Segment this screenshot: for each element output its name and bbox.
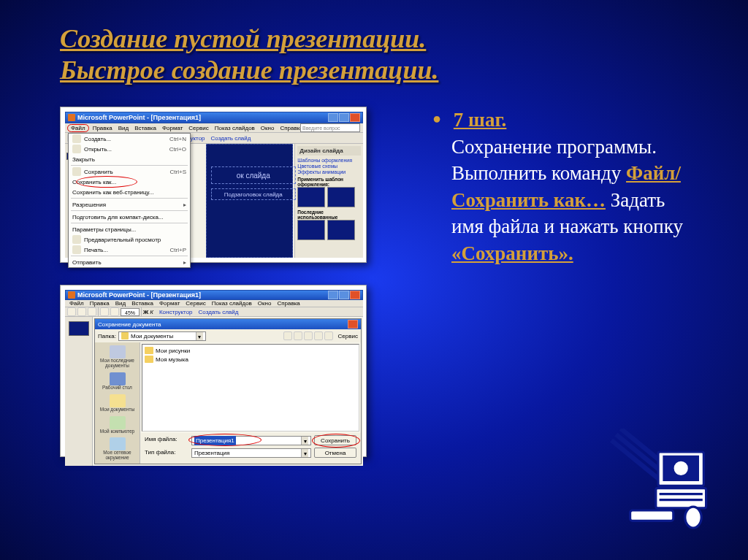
- dialog-title: Сохранение документа: [98, 321, 161, 328]
- place-desktop[interactable]: Рабочий стол: [102, 372, 132, 391]
- menu-item-new[interactable]: Создать...Ctrl+N: [69, 134, 190, 144]
- italic-button[interactable]: К: [150, 309, 153, 315]
- designer-link[interactable]: Конструктор: [159, 309, 193, 315]
- folder-combo[interactable]: Мои документы ▾: [118, 331, 206, 341]
- menu-item-permissions[interactable]: Разрешения▸: [69, 199, 190, 210]
- step-save-btn: «Сохранить».: [451, 242, 573, 264]
- slide-thumbnail[interactable]: [69, 321, 89, 336]
- title-placeholder[interactable]: ок слайда: [211, 166, 296, 184]
- tb-print-icon[interactable]: [100, 307, 109, 316]
- recent-icon: [110, 345, 126, 358]
- tb-new-icon[interactable]: [67, 307, 76, 316]
- printer-icon: [72, 245, 81, 254]
- places-bar: Мои последние документы Рабочий стол Мои…: [95, 342, 140, 464]
- menu-file[interactable]: Файл: [67, 300, 86, 307]
- menu-item-page-setup[interactable]: Параметры страницы...: [69, 224, 190, 234]
- delete-icon[interactable]: [304, 331, 313, 340]
- menu-item-open[interactable]: Открыть...Ctrl+O: [69, 144, 190, 154]
- tb-save-icon[interactable]: [88, 307, 96, 316]
- back-icon[interactable]: [283, 331, 292, 340]
- close-button[interactable]: [350, 291, 360, 299]
- filetype-label: Тип файла:: [145, 449, 188, 456]
- place-network[interactable]: Мое сетевое окружение: [96, 437, 138, 461]
- slide-title: Создание пустой презентации. Быстрое соз…: [0, 0, 748, 86]
- slide-panel: [65, 317, 93, 466]
- menu-slideshow[interactable]: Показ слайдов: [213, 125, 257, 131]
- menu-format[interactable]: Формат: [160, 125, 185, 131]
- menu-item-save-as[interactable]: Сохранить как...: [69, 177, 190, 187]
- menu-insert[interactable]: Вставка: [129, 300, 156, 307]
- menu-item-preview[interactable]: Предварительный просмотр: [69, 234, 190, 245]
- minimize-button[interactable]: [328, 291, 338, 299]
- new-slide-link[interactable]: Создать слайд: [199, 309, 239, 315]
- svg-rect-8: [656, 488, 706, 508]
- dialog-titlebar: Сохранение документа: [95, 319, 361, 329]
- subtitle-placeholder[interactable]: Подзаголовок слайда: [211, 188, 296, 200]
- menu-view[interactable]: Вид: [116, 125, 131, 131]
- zoom-level[interactable]: 45%: [121, 308, 140, 316]
- service-menu[interactable]: Сервис: [338, 333, 358, 340]
- close-button[interactable]: [350, 113, 360, 122]
- menu-item-print[interactable]: Печать...Ctrl+P: [69, 245, 190, 255]
- template-thumb[interactable]: [327, 187, 355, 207]
- menu-edit[interactable]: Правка: [91, 125, 115, 131]
- help-search-input[interactable]: Введите вопрос: [300, 123, 360, 132]
- up-icon[interactable]: [294, 331, 302, 340]
- menu-window[interactable]: Окно: [256, 300, 274, 307]
- menu-tools[interactable]: Сервис: [183, 300, 207, 307]
- network-icon: [110, 437, 126, 450]
- bold-button[interactable]: Ж: [143, 309, 148, 315]
- file-list[interactable]: Мои рисунки Моя музыка: [142, 344, 359, 431]
- folder-item[interactable]: Моя музыка: [145, 356, 356, 363]
- folder-item[interactable]: Мои рисунки: [145, 347, 356, 354]
- menu-insert[interactable]: Вставка: [132, 125, 159, 131]
- place-documents[interactable]: Мои документы: [100, 394, 134, 413]
- menu-help[interactable]: Справка: [275, 300, 302, 307]
- menu-item-save-web[interactable]: Сохранить как веб-страницу...: [69, 187, 190, 197]
- tb-undo-icon[interactable]: [110, 307, 119, 316]
- recent-label: Последние использованные: [297, 210, 361, 220]
- templates-link[interactable]: Шаблоны оформления: [297, 158, 361, 163]
- menu-item-send[interactable]: Отправить▸: [69, 257, 190, 267]
- cancel-button[interactable]: Отмена: [314, 448, 356, 458]
- menu-item-package-cd[interactable]: Подготовить для компакт-диска...: [69, 212, 190, 222]
- menu-file[interactable]: Файл: [67, 124, 89, 132]
- menu-item-close[interactable]: Закрыть: [69, 154, 190, 164]
- title-line1: Создание пустой презентации.: [60, 24, 426, 53]
- filetype-combo[interactable]: Презентация ▾: [191, 448, 311, 458]
- new-folder-icon[interactable]: [314, 331, 323, 340]
- menu-format[interactable]: Формат: [157, 300, 182, 307]
- place-computer[interactable]: Мой компьютер: [100, 416, 134, 434]
- step-description: ● 7 шаг. Сохранение программы. Выполнить…: [432, 107, 695, 457]
- place-recent[interactable]: Мои последние документы: [96, 345, 138, 369]
- animation-link[interactable]: Эффекты анимации: [297, 169, 361, 174]
- maximize-button[interactable]: [339, 291, 349, 299]
- task-pane: Дизайн слайда Шаблоны оформления Цветовы…: [294, 144, 363, 258]
- menu-view[interactable]: Вид: [113, 300, 128, 307]
- views-icon[interactable]: [324, 331, 333, 340]
- template-thumb[interactable]: [297, 187, 325, 207]
- svg-point-12: [685, 507, 701, 528]
- menu-item-save[interactable]: СохранитьCtrl+S: [69, 166, 190, 177]
- color-schemes-link[interactable]: Цветовые схемы: [297, 164, 361, 169]
- menu-tools[interactable]: Сервис: [186, 125, 210, 131]
- folder-icon: [145, 347, 153, 354]
- slide-editor[interactable]: ок слайда Подзаголовок слайда: [206, 144, 294, 258]
- dialog-close-button[interactable]: [348, 320, 358, 329]
- save-button[interactable]: Сохранить: [314, 435, 356, 445]
- menu-window[interactable]: Окно: [259, 125, 277, 131]
- svg-rect-11: [630, 510, 673, 521]
- app-titlebar: Microsoft PowerPoint - [Презентация1]: [65, 112, 363, 123]
- template-thumb[interactable]: [327, 220, 355, 240]
- save-dialog: Сохранение документа Папка: Мои документ…: [94, 318, 362, 464]
- save-icon: [72, 167, 81, 176]
- tb-open-icon[interactable]: [77, 307, 86, 316]
- menu-slideshow[interactable]: Показ слайдов: [210, 300, 254, 307]
- new-slide-link[interactable]: Создать слайд: [211, 135, 251, 142]
- folder-open-icon: [72, 145, 81, 153]
- maximize-button[interactable]: [339, 113, 349, 122]
- minimize-button[interactable]: [328, 113, 338, 122]
- menu-edit[interactable]: Правка: [88, 300, 112, 307]
- desktop-icon: [110, 372, 126, 386]
- template-thumb[interactable]: [297, 220, 325, 240]
